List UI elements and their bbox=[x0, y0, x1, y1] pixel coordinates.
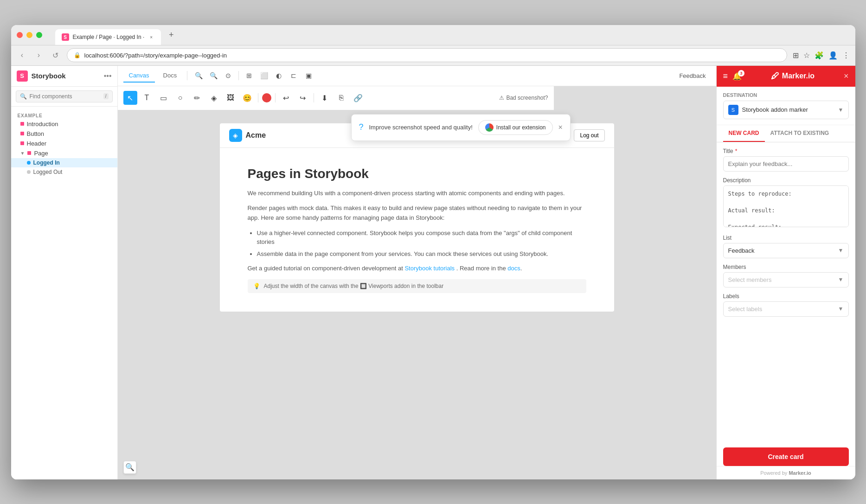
extensions-icon[interactable]: 🧩 bbox=[815, 51, 824, 60]
title-input[interactable] bbox=[723, 156, 849, 172]
pen-tool[interactable]: ✏ bbox=[190, 91, 204, 105]
list-select[interactable]: Feedback ▼ bbox=[723, 243, 849, 258]
install-extension-button[interactable]: Install our extension bbox=[478, 120, 553, 135]
annotation-toolbar: ↖ T ▭ ○ ✏ ◈ 🖼 😊 ↩ ↪ ⬇ bbox=[118, 86, 554, 110]
description-textarea[interactable]: Steps to reproduce: Actual result: Expec… bbox=[723, 185, 849, 227]
tab-title: Example / Page · Logged In · bbox=[73, 34, 145, 40]
highlight-tool[interactable]: ◈ bbox=[207, 91, 221, 105]
sidebar-item-header[interactable]: Header bbox=[11, 139, 117, 148]
search-input[interactable] bbox=[30, 93, 101, 100]
maximize-window-button[interactable] bbox=[36, 32, 42, 38]
cursor-tool[interactable]: ↖ bbox=[123, 91, 137, 105]
marker-header: ≡ 🔔 3 🖊 Marker.io × bbox=[717, 66, 855, 87]
color-red-picker[interactable] bbox=[262, 93, 271, 102]
zoom-out-icon[interactable]: 🔍 bbox=[207, 69, 220, 82]
zoom-control[interactable]: 🔍 bbox=[123, 461, 136, 474]
search-keyboard-hint: / bbox=[103, 93, 109, 99]
outline-icon[interactable]: ▣ bbox=[302, 69, 315, 82]
link-button[interactable]: 🔗 bbox=[351, 91, 365, 105]
text-tool[interactable]: T bbox=[140, 91, 154, 105]
image-tool[interactable]: 🖼 bbox=[224, 91, 237, 105]
bad-screenshot-button[interactable]: ⚠ Bad screenshot? bbox=[499, 95, 548, 101]
canvas-bullet-1: Use a higher-level connected component. … bbox=[257, 229, 586, 247]
canvas-page-content: Pages in Storybook We recommend building… bbox=[220, 148, 614, 312]
footer-marker-link[interactable]: Marker.io bbox=[789, 470, 811, 476]
emoji-tool[interactable]: 😊 bbox=[240, 91, 254, 105]
labels-arrow-icon: ▼ bbox=[838, 306, 844, 312]
measure-icon[interactable]: ⊏ bbox=[287, 69, 300, 82]
close-window-button[interactable] bbox=[17, 32, 23, 38]
circle-tool[interactable]: ○ bbox=[173, 91, 187, 105]
marker-close-button[interactable]: × bbox=[844, 71, 849, 81]
marker-menu-icon[interactable]: ≡ bbox=[723, 71, 728, 81]
search-box[interactable]: 🔍 / bbox=[16, 90, 113, 102]
banner-close-button[interactable]: × bbox=[558, 123, 563, 132]
destination-select[interactable]: S Storybook addon marker ▼ bbox=[723, 101, 849, 119]
copy-button[interactable]: ⎘ bbox=[334, 91, 348, 105]
nav-back-button[interactable]: ‹ bbox=[17, 50, 28, 61]
destination-name: Storybook addon marker bbox=[742, 106, 834, 113]
bookmark-icon[interactable]: ☆ bbox=[803, 51, 810, 60]
sidebar-item-introduction[interactable]: Introduction bbox=[11, 119, 117, 129]
search-icon: 🔍 bbox=[20, 93, 27, 100]
browser-titlebar: S Example / Page · Logged In · × + bbox=[11, 25, 855, 45]
background-icon[interactable]: ◐ bbox=[272, 69, 285, 82]
download-button[interactable]: ⬇ bbox=[318, 91, 332, 105]
tab-docs[interactable]: Docs bbox=[158, 69, 183, 83]
viewport-icon[interactable]: ⬜ bbox=[257, 69, 270, 82]
profile-icon[interactable]: 👤 bbox=[828, 51, 838, 60]
install-label: Install our extension bbox=[496, 124, 546, 131]
tab-canvas[interactable]: Canvas bbox=[123, 69, 155, 83]
address-input[interactable]: 🔒 localhost:6006/?path=/story/example-pa… bbox=[67, 48, 787, 62]
list-value: Feedback bbox=[728, 247, 838, 254]
sidebar-item-page[interactable]: ▼ Page bbox=[11, 148, 117, 158]
description-field: Description Steps to reproduce: Actual r… bbox=[723, 177, 849, 229]
create-card-button[interactable]: Create card bbox=[723, 447, 849, 466]
tab-new-card[interactable]: NEW CARD bbox=[723, 125, 765, 142]
storybook-menu-button[interactable]: ••• bbox=[104, 72, 112, 80]
rectangle-tool[interactable]: ▭ bbox=[157, 91, 171, 105]
sidebar-item-logged-in[interactable]: Logged In bbox=[11, 158, 117, 167]
zoom-in-icon[interactable]: 🔍 bbox=[192, 69, 205, 82]
logged-out-dot bbox=[27, 170, 31, 174]
introduction-dot bbox=[20, 122, 24, 126]
tab-close-button[interactable]: × bbox=[148, 34, 154, 40]
undo-button[interactable]: ↩ bbox=[279, 91, 293, 105]
members-arrow-icon: ▼ bbox=[838, 276, 844, 283]
marker-bell-container: 🔔 3 bbox=[732, 72, 742, 81]
storybook-title: Storybook bbox=[32, 72, 100, 80]
feedback-button[interactable]: Feedback bbox=[674, 70, 710, 81]
canvas-para1: We recommend building UIs with a compone… bbox=[248, 189, 586, 198]
header-dot bbox=[20, 141, 24, 145]
tab-attach-existing[interactable]: ATTACH TO EXISTING bbox=[765, 125, 835, 142]
destination-icon: S bbox=[728, 105, 738, 115]
new-tab-button[interactable]: + bbox=[165, 28, 178, 41]
canvas-heading: Pages in Storybook bbox=[248, 166, 586, 181]
canvas-tip: 💡 Adjust the width of the canvas with th… bbox=[248, 279, 586, 293]
canvas-inner-content: ◈ Acme Log out Pages in Storybook We rec… bbox=[220, 123, 614, 312]
members-placeholder: Select members bbox=[728, 276, 838, 283]
browser-tab[interactable]: S Example / Page · Logged In · × bbox=[55, 29, 161, 45]
docs-link[interactable]: docs bbox=[507, 265, 520, 272]
browser-menu-icon[interactable]: ⋮ bbox=[842, 51, 850, 60]
tip-icon: 💡 bbox=[253, 283, 260, 289]
zoom-reset-icon[interactable]: ⊙ bbox=[222, 69, 235, 82]
nav-forward-button[interactable]: › bbox=[33, 50, 45, 61]
marker-body: Title * Description Steps to reproduce: … bbox=[717, 142, 855, 441]
labels-select[interactable]: Select labels ▼ bbox=[723, 301, 849, 317]
members-field: Members Select members ▼ bbox=[723, 264, 849, 287]
sidebar-item-logged-out[interactable]: Logged Out bbox=[11, 167, 117, 177]
grid-view-icon[interactable]: ⊞ bbox=[793, 51, 799, 60]
sidebar-item-button[interactable]: Button bbox=[11, 129, 117, 139]
page-dot bbox=[27, 151, 31, 155]
nav-refresh-button[interactable]: ↺ bbox=[50, 50, 61, 61]
grid-icon[interactable]: ⊞ bbox=[243, 69, 256, 82]
destination-arrow-icon: ▼ bbox=[838, 107, 844, 113]
title-required-mark: * bbox=[735, 148, 738, 154]
storybook-tutorials-link[interactable]: Storybook tutorials bbox=[404, 265, 455, 272]
members-select[interactable]: Select members ▼ bbox=[723, 272, 849, 287]
redo-button[interactable]: ↪ bbox=[296, 91, 310, 105]
tab-favicon-icon: S bbox=[62, 33, 69, 41]
minimize-window-button[interactable] bbox=[26, 32, 32, 38]
logout-button[interactable]: Log out bbox=[574, 129, 604, 141]
